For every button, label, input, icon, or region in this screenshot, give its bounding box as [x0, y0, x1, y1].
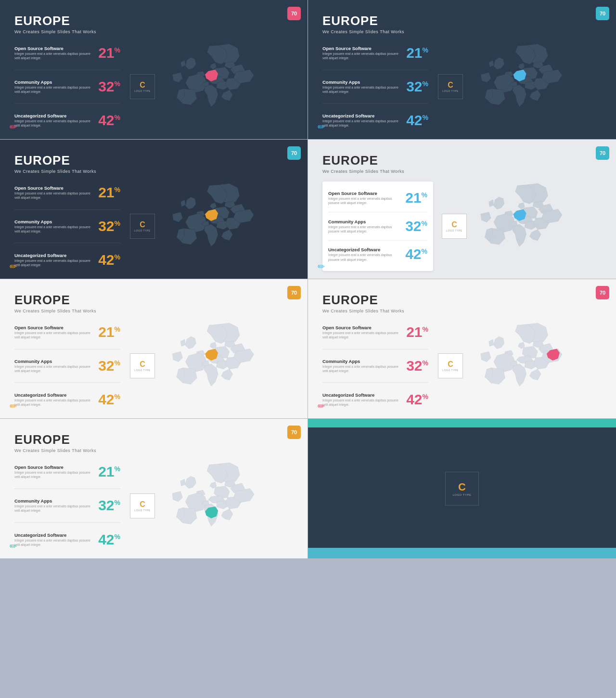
- map-area-1: C LOGO TYPE: [125, 42, 293, 131]
- pen-icon-2: ✏: [318, 122, 325, 132]
- stat-s5-3-label: Uncategorized Software: [14, 392, 94, 398]
- stat-s6-2-label: Community Apps: [322, 359, 402, 364]
- stat-s3-1-desc: Integer posuere erat a ante venenatis da…: [14, 191, 94, 200]
- stat-item-1: Open Source Software Integer posuere era…: [14, 46, 120, 60]
- slide-6: 70 EUROPE We Creates Simple Slides That …: [308, 279, 616, 419]
- map-area-3: C LOGO TYPE: [125, 181, 293, 271]
- stat-2-value: 32%: [98, 79, 120, 94]
- pen-icon-1: ✏: [10, 122, 17, 132]
- slide-8: C LOGO TYPE: [308, 419, 616, 558]
- stat-s4-1-label: Open Source Software: [328, 191, 401, 196]
- slide-7: 70 EUROPE We Creates Simple Slides That …: [0, 419, 308, 558]
- logo-4: C LOGO TYPE: [442, 214, 467, 239]
- logo-6: C LOGO TYPE: [438, 353, 463, 378]
- logo-sub-3: LOGO TYPE: [134, 229, 150, 232]
- stat-item-3: Uncategorized Software Integer posuere e…: [14, 113, 120, 128]
- stat-s7-1-label: Open Source Software: [14, 465, 94, 470]
- slide-5-subtitle: We Creates Simple Slides That Works: [14, 309, 293, 313]
- stat-item-s2-2: Community Apps Integer posuere erat a an…: [322, 79, 428, 94]
- stat-s2-2-desc: Integer posuere erat a ante venenatis da…: [322, 85, 402, 94]
- stat-1-desc: Integer posuere erat a ante venenatis da…: [14, 52, 94, 60]
- stat-s5-1-desc: Integer posuere erat a ante venenatis da…: [14, 331, 94, 339]
- stat-s6-1-label: Open Source Software: [322, 325, 402, 330]
- stat-item-s5-3: Uncategorized Software Integer posuere e…: [14, 392, 120, 407]
- stat-item-s3-1: Open Source Software Integer posuere era…: [14, 185, 120, 200]
- stat-s2-1-value: 21%: [406, 46, 428, 60]
- logo-letter-1: C: [140, 81, 145, 90]
- stat-s4-1-desc: Integer posuere erat a ante venenatis da…: [328, 196, 401, 205]
- stat-item-s5-2: Community Apps Integer posuere erat a an…: [14, 359, 120, 373]
- center-logo: C LOGO TYPE: [445, 472, 479, 505]
- stat-item-s6-3: Uncategorized Software Integer posuere e…: [322, 392, 428, 407]
- map-area-5: C LOGO TYPE: [125, 321, 293, 411]
- slide-5: 70 EUROPE We Creates Simple Slides That …: [0, 279, 308, 419]
- stat-s6-1-desc: Integer posuere erat a ante venenatis da…: [322, 331, 402, 339]
- stat-s3-3-label: Uncategorized Software: [14, 253, 94, 258]
- stat-s5-1-label: Open Source Software: [14, 325, 94, 330]
- stat-2-desc: Integer posuere erat a ante venenatis da…: [14, 85, 94, 94]
- stat-s4-3-value: 42%: [405, 247, 427, 261]
- stat-s2-1-label: Open Source Software: [322, 46, 402, 51]
- stat-item-2: Community Apps Integer posuere erat a an…: [14, 79, 120, 94]
- map-area-4: C LOGO TYPE: [433, 181, 602, 271]
- slide-2: 70 EUROPE We Creates Simple Slides That …: [308, 0, 616, 140]
- stat-s4-2-label: Community Apps: [328, 219, 401, 224]
- slide-4-subtitle: We Creates Simple Slides That Works: [322, 169, 602, 174]
- logo-sub-7: LOGO TYPE: [134, 509, 150, 512]
- stat-s3-2-value: 32%: [98, 219, 120, 233]
- slide-7-title: EUROPE: [14, 432, 293, 447]
- stat-item-s4-3: Uncategorized Software Integer posuere e…: [328, 247, 427, 261]
- logo-letter-4: C: [451, 220, 457, 229]
- stat-s7-3-label: Uncategorized Software: [14, 532, 94, 538]
- stat-s3-1-value: 21%: [98, 185, 120, 200]
- stat-s7-2-value: 32%: [98, 498, 120, 513]
- slide-1-title: EUROPE: [14, 13, 293, 28]
- map-area-6: C LOGO TYPE: [433, 321, 602, 411]
- stat-item-s2-1: Open Source Software Integer posuere era…: [322, 46, 428, 60]
- stat-s3-3-desc: Integer posuere erat a ante venenatis da…: [14, 259, 94, 267]
- stat-s7-3-desc: Integer posuere erat a ante venenatis da…: [14, 538, 94, 547]
- stat-s4-3-label: Uncategorized Software: [328, 247, 401, 252]
- logo-sub-4: LOGO TYPE: [446, 229, 462, 232]
- logo-letter-7: C: [140, 500, 145, 509]
- stat-s6-2-value: 32%: [406, 359, 428, 373]
- stat-item-s5-1: Open Source Software Integer posuere era…: [14, 325, 120, 339]
- stat-s7-3-value: 42%: [98, 532, 120, 547]
- stat-item-s6-1: Open Source Software Integer posuere era…: [322, 325, 428, 339]
- stat-s7-2-desc: Integer posuere erat a ante venenatis da…: [14, 504, 94, 513]
- stat-item-s3-3: Uncategorized Software Integer posuere e…: [14, 253, 120, 267]
- stat-s3-2-label: Community Apps: [14, 219, 94, 224]
- slide-1-subtitle: We Creates Simple Slides That Works: [14, 29, 293, 34]
- stat-s3-2-desc: Integer posuere erat a ante venenatis da…: [14, 225, 94, 233]
- logo-letter-6: C: [448, 360, 453, 369]
- logo-sub-5: LOGO TYPE: [134, 369, 150, 372]
- stat-3-label: Uncategorized Software: [14, 113, 94, 118]
- stat-1-value: 21%: [98, 46, 120, 60]
- stat-s6-1-value: 21%: [406, 325, 428, 339]
- bottom-bar: [308, 548, 616, 558]
- slide-3-subtitle: We Creates Simple Slides That Works: [14, 169, 293, 174]
- stat-s2-1-desc: Integer posuere erat a ante venenatis da…: [322, 52, 402, 60]
- logo-1: C LOGO TYPE: [130, 74, 155, 99]
- stat-s2-3-label: Uncategorized Software: [322, 113, 402, 118]
- pen-icon-5: ✏: [10, 401, 17, 412]
- stat-s4-2-desc: Integer posuere erat a ante venenatis da…: [328, 225, 401, 233]
- map-area-2: C LOGO TYPE: [433, 42, 602, 131]
- stat-s5-2-label: Community Apps: [14, 359, 94, 364]
- pen-icon-7: ✏: [10, 541, 17, 552]
- stat-s5-3-value: 42%: [98, 392, 120, 407]
- stat-1-label: Open Source Software: [14, 46, 94, 51]
- logo-letter-3: C: [140, 220, 145, 229]
- stat-s3-3-value: 42%: [98, 253, 120, 267]
- center-logo-sub: LOGO TYPE: [452, 493, 471, 496]
- logo-sub-1: LOGO TYPE: [134, 90, 150, 92]
- pen-icon-3: ✏: [10, 261, 17, 272]
- logo-sub-2: LOGO TYPE: [442, 90, 458, 92]
- pen-icon-6: ✏: [318, 401, 325, 412]
- stat-s6-3-label: Uncategorized Software: [322, 392, 402, 398]
- stat-s4-1-value: 21%: [405, 191, 427, 205]
- stat-s5-2-desc: Integer posuere erat a ante venenatis da…: [14, 364, 94, 373]
- slide-5-title: EUROPE: [14, 293, 293, 308]
- slide-3-badge: 70: [287, 146, 301, 160]
- slide-6-title: EUROPE: [322, 293, 602, 308]
